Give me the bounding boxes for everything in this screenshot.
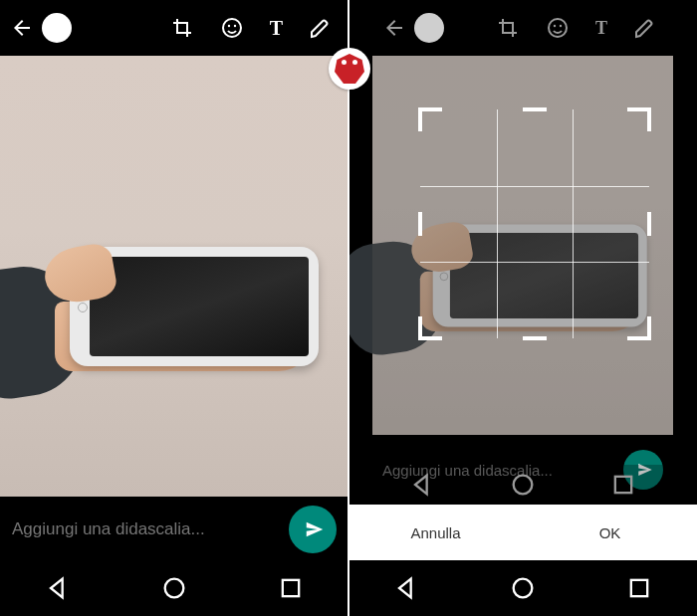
nav-recent-icon[interactable]	[625, 574, 653, 602]
watermark-logo	[329, 48, 370, 90]
recipient-avatar	[414, 13, 444, 43]
crop-icon	[496, 16, 520, 40]
back-icon	[382, 16, 406, 40]
svg-rect-11	[630, 580, 646, 596]
send-button[interactable]	[289, 506, 337, 553]
draw-icon[interactable]	[309, 16, 333, 40]
caption-input[interactable]	[12, 519, 281, 539]
screenshot-right: T	[348, 0, 697, 616]
nav-back-icon	[408, 471, 436, 499]
editor-toolbar-disabled: T	[372, 0, 673, 56]
text-tool-icon: T	[595, 16, 607, 40]
screenshot-left: T	[0, 0, 348, 616]
photo-preview	[0, 56, 348, 497]
svg-point-10	[514, 579, 533, 598]
emoji-icon[interactable]	[220, 16, 244, 40]
editor-dimmed-viewport: T	[372, 0, 673, 505]
nav-home-icon[interactable]	[160, 574, 188, 602]
svg-point-2	[233, 25, 235, 27]
nav-home-icon	[509, 471, 537, 499]
crop-icon[interactable]	[170, 16, 194, 40]
crop-cancel-button[interactable]: Annulla	[348, 505, 523, 560]
crop-ok-button[interactable]: OK	[523, 505, 697, 560]
nav-recent-icon	[609, 471, 637, 499]
crop-frame[interactable]	[420, 109, 649, 338]
nav-recent-icon[interactable]	[277, 574, 305, 602]
android-nav-bar	[348, 560, 697, 616]
recipient-avatar[interactable]	[42, 13, 72, 43]
svg-rect-4	[282, 580, 298, 596]
svg-point-7	[560, 25, 562, 27]
svg-point-0	[223, 19, 241, 37]
nav-back-icon[interactable]	[392, 574, 420, 602]
caption-bar	[0, 499, 348, 560]
back-icon[interactable]	[10, 16, 34, 40]
photo-content	[25, 207, 324, 406]
nav-back-icon[interactable]	[44, 574, 72, 602]
svg-rect-9	[614, 477, 630, 493]
draw-icon	[633, 16, 657, 40]
svg-point-1	[227, 25, 229, 27]
svg-point-8	[514, 476, 533, 495]
android-nav-preview	[372, 465, 673, 505]
emoji-icon	[546, 16, 570, 40]
svg-point-6	[554, 25, 556, 27]
svg-point-3	[165, 579, 184, 598]
text-tool-label: T	[270, 18, 283, 38]
text-tool-icon[interactable]: T	[270, 16, 283, 40]
nav-home-icon[interactable]	[509, 574, 537, 602]
android-nav-bar	[0, 560, 348, 616]
screenshot-divider	[348, 0, 349, 616]
crop-confirm-bar: Annulla OK	[348, 505, 697, 560]
svg-point-5	[549, 19, 567, 37]
editor-toolbar: T	[0, 0, 348, 56]
